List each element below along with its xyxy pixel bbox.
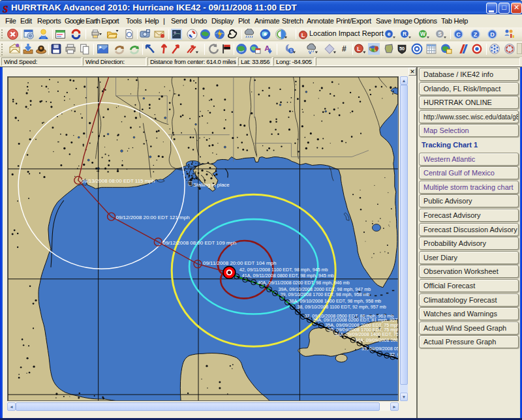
svg-text:#: # — [342, 44, 346, 53]
svg-text:L: L — [357, 46, 360, 52]
svg-text:09/12/2008 08:00 EDT 109 mph: 09/12/2008 08:00 EDT 109 mph — [162, 240, 236, 246]
svg-text:S: S — [290, 48, 292, 53]
svg-text:38, 09/10/2008 1100 EDT, 92 mp: 38, 09/10/2008 1100 EDT, 92 mph, 957 mb — [297, 305, 386, 310]
svg-text:R: R — [403, 31, 407, 37]
svg-text:33, 09/09/2008 050: 33, 09/09/2008 050 — [361, 346, 399, 352]
svg-text:42, 09/11/2008 1100 EDT, 98 mp: 42, 09/11/2008 1100 EDT, 98 mph, 945 mb — [239, 267, 328, 273]
svg-text:39A, 09/10/2008 2000 EDT, 98 m: 39A, 09/10/2008 2000 EDT, 98 mph, 947 mb — [279, 287, 371, 292]
svg-text:41A, 09/11/2008 0800 EDT, 98 m: 41A, 09/11/2008 0800 EDT, 98 mph, 945 mb — [242, 273, 334, 278]
svg-text:09/12/2008 20:00 EDT 121 mph: 09/12/2008 20:00 EDT 121 mph — [116, 215, 190, 220]
svg-text:32, 0: 32, 0 — [390, 352, 399, 357]
svg-text:34A, 09/09/2008 0800 0: 34A, 09/09/2008 0800 0 — [355, 338, 399, 343]
svg-text:50: 50 — [399, 46, 405, 52]
svg-text:Stalling in place: Stalling in place — [193, 182, 230, 188]
svg-text:38A, 09/10/2008 1400 EDT, 98 m: 38A, 09/10/2008 1400 EDT, 98 mph, 958 mb — [288, 299, 381, 304]
svg-text:S: S — [3, 4, 8, 14]
svg-text:09/13/2008 08:00 EDT 115 mph: 09/13/2008 08:00 EDT 115 mph — [82, 178, 155, 184]
svg-text:09/11/2008 20:00 EDT 104 mph: 09/11/2008 20:00 EDT 104 mph — [203, 260, 276, 266]
svg-text:36A, 09/10/2008 0200 EDT, 81 m: 36A, 09/10/2008 0200 EDT, 81 mph, 957 mb — [313, 318, 399, 323]
svg-text:34A, 09/09/2008 1400 EDT, 75 m: 34A, 09/09/2008 1400 EDT, 75 m — [335, 332, 399, 337]
svg-text:40A, 09/11/2008 0200 EDT, 98 m: 40A, 09/11/2008 0200 EDT, 98 mph, 946 mb — [258, 280, 350, 286]
svg-text:39, 09/10/2008 1700 EDT, 98 mp: 39, 09/10/2008 1700 EDT, 98 mph, 958 mb — [281, 292, 370, 297]
svg-text:e: e — [388, 31, 391, 37]
